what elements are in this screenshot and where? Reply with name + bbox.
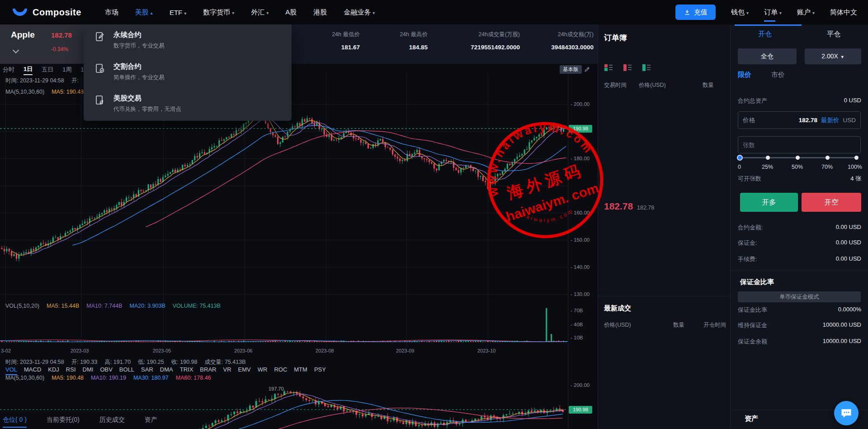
menu-item-perpetual[interactable]: 永续合约 数字货币，专业交易 (84, 30, 292, 56)
chevron-down-icon: ▾ (812, 10, 815, 15)
available-value: 4 张 (850, 175, 861, 183)
order-type-market[interactable]: 市价 (771, 71, 785, 79)
indicator-kdj[interactable]: KDJ (48, 366, 59, 375)
vol-tick: 40B (571, 322, 583, 327)
indicator-macd[interactable]: MACD (24, 366, 41, 375)
indicator-dma[interactable]: DMA (160, 366, 173, 375)
indicator-brar[interactable]: BRAR (200, 366, 216, 375)
tab-assets[interactable]: 资产 (145, 416, 157, 427)
indicator-trix[interactable]: TRIX (180, 366, 193, 375)
timeframe-5d[interactable]: 五日 (42, 66, 53, 75)
slider-dot-100[interactable] (854, 156, 859, 160)
ohlc-high: 高: 191.70 (104, 358, 131, 366)
slider-dot-25[interactable] (766, 156, 770, 160)
contract-icon (94, 31, 105, 42)
slider-dot-70[interactable] (826, 156, 830, 160)
nav-item-finance[interactable]: 金融业务▾ (344, 8, 375, 17)
col-price: 价格(USD) (604, 321, 631, 329)
x-label: 2023-03 (71, 348, 89, 353)
indicator-rsi[interactable]: RSI (66, 366, 76, 375)
volume-info-row: VOL(5,10,20) MA5: 15.44B MA10: 7.744B MA… (5, 303, 221, 309)
timeframe-1w[interactable]: 1周 (62, 66, 71, 75)
leverage-button[interactable]: 2.00X▼ (805, 48, 861, 64)
single-currency-margin-mode-button[interactable]: 单币保证金模式 (738, 291, 861, 302)
tab-trade-history[interactable]: 历史成交 (99, 416, 125, 427)
orderbook-mode-both-icon[interactable] (604, 64, 613, 71)
vol-tick: 10B (571, 335, 583, 340)
quantity-input[interactable] (738, 136, 861, 153)
margin-ratio-value: 0.0000% (838, 306, 861, 314)
order-type-tabs: 限价 市价 (738, 71, 785, 79)
open-short-button[interactable]: 开空 (802, 193, 861, 212)
nav-item-etf[interactable]: ETF▾ (170, 9, 186, 16)
edition-button[interactable]: 基本版 (560, 65, 582, 74)
contract-amount-label: 合约金额: (738, 224, 763, 232)
slider-dot-0[interactable] (737, 155, 743, 161)
slider-dot-50[interactable] (796, 156, 800, 160)
timeframe-minute[interactable]: 分时 (3, 66, 14, 75)
indicator-dmi[interactable]: DMI (83, 366, 94, 375)
price-input[interactable]: 价格 182.78 最新价 USD (738, 111, 861, 129)
chevron-down-icon[interactable] (13, 47, 19, 53)
indicator-vol[interactable]: VOL (5, 366, 17, 375)
slider-label: 50% (792, 164, 803, 170)
indicator-obv[interactable]: OBV (100, 366, 112, 375)
indicator-wr[interactable]: WR (258, 366, 268, 375)
orderbook-mode-asks-icon[interactable] (623, 64, 632, 71)
main-menu: 市场 美股▴ ETF▾ 数字货币▾ 外汇▾ A股 港股 金融业务▾ (105, 8, 375, 17)
indicator-vr[interactable]: VR (223, 366, 231, 375)
nav-item-a-shares[interactable]: A股 (285, 8, 297, 17)
fee-value: 0.00 USD (836, 255, 861, 263)
indicator-sar[interactable]: SAR (141, 366, 153, 375)
amount-slider[interactable] (738, 157, 857, 158)
recharge-button[interactable]: 充值 (675, 5, 716, 20)
orderbook-title: 订单簿 (604, 33, 627, 43)
x-label: 2023-08 (316, 348, 334, 353)
active-tab-indicator (735, 24, 802, 26)
tab-open-position[interactable]: 开仓 (731, 30, 799, 38)
timeframe-1d[interactable]: 1日 (24, 65, 33, 75)
top-nav: Composite 市场 美股▴ ETF▾ 数字货币▾ 外汇▾ A股 港股 金融… (0, 0, 868, 24)
nav-item-forex[interactable]: 外汇▾ (251, 8, 269, 17)
margin-ratio-row: 保证金比率 0.0000% (738, 306, 861, 314)
orderbook-mode-bids-icon[interactable] (642, 64, 651, 71)
menu-item-us-trading[interactable]: 美股交易 代币兑换，零费用，无滑点 (84, 94, 292, 119)
peak-price-label: 197.70 (269, 386, 284, 391)
margin-label: 保证金: (738, 239, 757, 247)
indicator-psy[interactable]: PSY (314, 366, 326, 375)
indicator-mtm[interactable]: MTM (294, 366, 307, 375)
trade-tabs: 开仓 平仓 (731, 30, 868, 38)
nav-item-orders[interactable]: 订单▾ (764, 8, 782, 17)
open-long-button[interactable]: 开多 (740, 193, 798, 212)
price-axis-border (568, 75, 568, 429)
tab-open-orders[interactable]: 当前委托(0) (47, 416, 80, 427)
slider-labels: 0 25% 50% 70% 100% (735, 164, 863, 171)
ma30-value: MA30: 180.97 (133, 375, 169, 381)
ohlc-low: 低: 190.25 (138, 358, 164, 366)
price-label: 价格 (743, 116, 795, 124)
ma-group-label: MA(5,10,30,60) (5, 375, 44, 381)
nav-item-wallet[interactable]: 钱包▾ (731, 8, 749, 17)
nav-item-market[interactable]: 市场 (105, 8, 118, 17)
brand-name[interactable]: Composite (33, 7, 81, 18)
menu-item-delivery[interactable]: 交割合约 简单操作，专业交易 (84, 62, 292, 87)
nav-item-hk-stocks[interactable]: 港股 (313, 8, 327, 17)
nav-item-crypto[interactable]: 数字货币▾ (203, 8, 234, 17)
tab-close-position[interactable]: 平仓 (799, 30, 868, 38)
indicator-roc[interactable]: ROC (274, 366, 287, 375)
chat-support-button[interactable] (834, 401, 859, 425)
edit-pencil-icon[interactable] (584, 66, 590, 72)
indicator-emv[interactable]: EMV (238, 366, 251, 375)
language-switcher[interactable]: 简体中文 (830, 8, 857, 17)
symbol-box[interactable]: Apple 182.78 -0.34% (0, 24, 84, 64)
nav-item-us-stocks[interactable]: 美股▴ (135, 8, 153, 17)
order-type-limit[interactable]: 限价 (738, 71, 751, 79)
brand-logo-icon[interactable] (13, 9, 27, 16)
use-latest-price-button[interactable]: 最新价 (821, 116, 840, 124)
slider-label: 70% (821, 164, 833, 170)
tab-positions[interactable]: 仓位( 0 ) (3, 416, 27, 428)
nav-item-account[interactable]: 账户▾ (797, 8, 815, 17)
margin-mode-button[interactable]: 全仓 (738, 48, 797, 64)
indicator-boll[interactable]: BOLL (119, 366, 134, 375)
contract-amount-value: 0.00 USD (836, 224, 861, 232)
